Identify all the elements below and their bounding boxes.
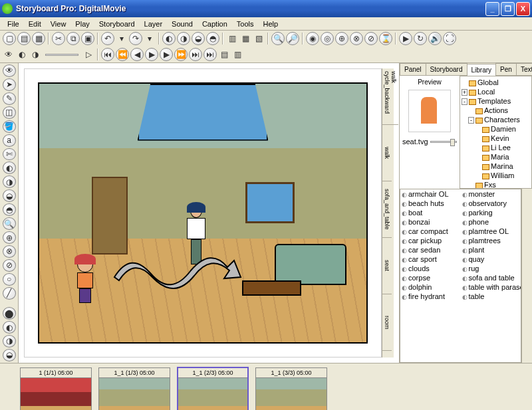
tree-node[interactable]: Fxs: [484, 181, 496, 189]
paint-icon[interactable]: 🪣: [3, 120, 16, 133]
onion-icon[interactable]: 👁: [3, 49, 15, 60]
scrollbar[interactable]: [521, 189, 532, 363]
eraser-icon[interactable]: ◫: [3, 106, 16, 119]
tab-storyboard[interactable]: Storyboard: [426, 63, 467, 75]
timeline-panel[interactable]: 1 (1/1) 05:00: [20, 367, 92, 410]
redo-dropdown-icon[interactable]: ▾: [144, 33, 156, 45]
first-icon[interactable]: ⏮: [101, 48, 114, 61]
tool-icon[interactable]: ⊗: [350, 32, 363, 45]
undo-icon[interactable]: ↶: [101, 32, 114, 45]
undo-dropdown-icon[interactable]: ▾: [116, 33, 128, 45]
paste-icon[interactable]: ▣: [81, 32, 94, 45]
library-item[interactable]: car sport: [400, 255, 461, 264]
tool-icon[interactable]: ◉: [306, 32, 319, 45]
menu-help[interactable]: Help: [259, 19, 283, 29]
tool-icon[interactable]: ⊗: [3, 245, 16, 258]
timeline-panel[interactable]: 1_1 (2/3) 05:00: [177, 367, 249, 410]
tool-icon[interactable]: ⊕: [3, 231, 16, 244]
text-icon[interactable]: a: [3, 134, 16, 147]
library-item[interactable]: car compact: [400, 227, 461, 236]
cut-tool-icon[interactable]: ✄: [3, 148, 16, 161]
layer-label[interactable]: sofa_and_table: [382, 181, 392, 238]
tool-icon[interactable]: ◐: [3, 321, 16, 334]
library-item[interactable]: sofa and table: [461, 273, 521, 282]
minimize-button[interactable]: _: [485, 2, 499, 16]
maximize-button[interactable]: ❐: [501, 2, 515, 16]
tool-icon[interactable]: ⊕: [335, 32, 348, 45]
library-item[interactable]: clouds: [400, 264, 461, 273]
tool-icon[interactable]: ◑: [177, 32, 190, 45]
library-tree[interactable]: Global+Local-TemplatesActions-Characters…: [460, 76, 532, 189]
zoom-icon[interactable]: 🔍: [3, 217, 16, 230]
layer-label[interactable]: room: [382, 294, 392, 351]
save-icon[interactable]: ▦: [32, 32, 45, 45]
timeline-panel[interactable]: 1_1 (1/3) 05:00: [98, 367, 170, 410]
layout-icon[interactable]: ▦: [239, 33, 251, 45]
library-item[interactable]: observatory: [461, 199, 521, 208]
new-icon[interactable]: ▢: [3, 32, 16, 45]
library-item[interactable]: rug: [461, 264, 521, 273]
menu-caption[interactable]: Caption: [198, 19, 232, 29]
library-item[interactable]: plamtrees: [461, 236, 521, 245]
brush-icon[interactable]: ✎: [3, 92, 16, 105]
eye-icon[interactable]: 👁: [3, 64, 16, 77]
tree-node[interactable]: Global: [477, 78, 499, 86]
end-icon[interactable]: ⏭: [203, 48, 217, 61]
layer-label[interactable]: walk: [382, 125, 392, 181]
tool-icon[interactable]: ◓: [206, 32, 219, 45]
menu-play[interactable]: Play: [70, 19, 94, 29]
layout-icon[interactable]: ▧: [253, 33, 265, 45]
library-item[interactable]: quay: [461, 255, 521, 264]
play-small-icon[interactable]: ▶: [145, 48, 158, 61]
nav-icon[interactable]: ▤: [218, 49, 230, 60]
cut-icon[interactable]: ✂: [52, 32, 65, 45]
prev-scene-icon[interactable]: ⏪: [116, 48, 129, 61]
tab-library[interactable]: Library: [467, 64, 497, 76]
small-play-icon[interactable]: ▷: [82, 49, 94, 60]
redo-icon[interactable]: ↷: [129, 32, 142, 45]
opacity-slider[interactable]: [45, 54, 78, 56]
close-button[interactable]: X: [516, 2, 530, 16]
tool-icon[interactable]: ◑: [3, 335, 16, 348]
tool-icon[interactable]: ⊘: [364, 32, 378, 45]
next-scene-icon[interactable]: ⏩: [174, 48, 188, 61]
circle-icon[interactable]: ○: [3, 273, 16, 286]
zoom-out-icon[interactable]: 🔎: [286, 32, 299, 45]
library-item[interactable]: table: [461, 292, 521, 301]
menu-storyboard[interactable]: Storyboard: [94, 19, 140, 29]
tree-node[interactable]: Actions: [484, 106, 508, 114]
menu-edit[interactable]: Edit: [24, 19, 46, 29]
tree-node[interactable]: Local: [477, 88, 495, 96]
library-item[interactable]: dolphin: [400, 282, 461, 292]
item-col[interactable]: armchair OLbeach hutsboatbonzaicar compa…: [400, 189, 461, 362]
library-item[interactable]: car pickup: [400, 236, 461, 245]
last-icon[interactable]: ⏭: [189, 48, 202, 61]
pointer-icon[interactable]: ➤: [3, 78, 16, 91]
line-icon[interactable]: ╱: [3, 287, 16, 300]
loop-icon[interactable]: ↻: [414, 32, 427, 45]
layer-label[interactable]: walk cycle_backward: [382, 68, 398, 125]
tab-text[interactable]: Text: [516, 63, 532, 75]
prev-icon[interactable]: ◀: [130, 48, 144, 61]
library-item[interactable]: car sedan: [400, 245, 461, 255]
tree-node[interactable]: Characters: [484, 116, 520, 124]
zoom-in-icon[interactable]: 🔍: [271, 32, 285, 45]
open-icon[interactable]: ▤: [17, 32, 31, 45]
tool-icon[interactable]: ◐: [162, 32, 176, 45]
nav-icon[interactable]: ▥: [231, 49, 243, 60]
timeline-panel[interactable]: 1_1 (3/3) 05:00: [255, 367, 327, 410]
preview-slider[interactable]: [430, 141, 457, 143]
library-item[interactable]: monster: [461, 189, 521, 199]
library-item[interactable]: bonzai: [400, 217, 461, 227]
menu-sound[interactable]: Sound: [167, 19, 198, 29]
next-icon[interactable]: ▶: [160, 48, 173, 61]
library-item[interactable]: boat: [400, 208, 461, 217]
sound-icon[interactable]: 🔊: [428, 32, 442, 45]
menu-view[interactable]: View: [46, 19, 71, 29]
library-item[interactable]: fire hydrant: [400, 292, 461, 301]
tool-icon[interactable]: ⌛: [379, 32, 392, 45]
tree-node[interactable]: Damien: [491, 125, 516, 133]
tool-icon[interactable]: ◒: [3, 189, 16, 202]
tree-node[interactable]: Marina: [491, 162, 513, 170]
menu-file[interactable]: File: [3, 19, 24, 29]
